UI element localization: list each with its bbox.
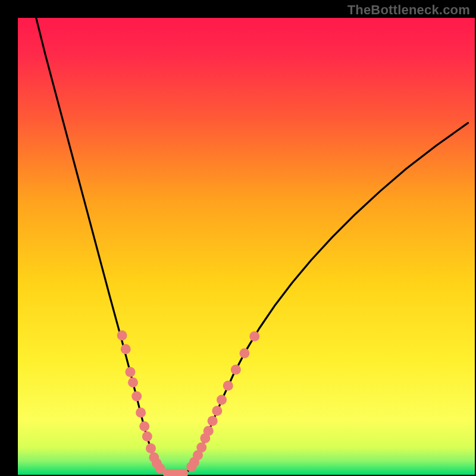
left-dots-point — [139, 421, 149, 431]
left-dots-point — [125, 367, 135, 377]
right-dots-point — [217, 395, 227, 405]
right-dots-point — [249, 331, 259, 342]
right-dots-point — [212, 406, 222, 416]
left-dots-point — [117, 330, 127, 340]
left-dots-point — [136, 408, 146, 418]
right-dots-point — [203, 426, 214, 436]
right-dots-point — [223, 381, 233, 391]
left-dots-point — [121, 344, 131, 354]
left-dots-point — [155, 464, 165, 474]
left-dots-point — [142, 431, 152, 441]
watermark-label: TheBottleneck.com — [347, 2, 470, 18]
left-dots-point — [128, 377, 138, 387]
right-dots-point — [239, 348, 249, 358]
right-dots-point — [208, 416, 218, 426]
left-dots-point — [131, 391, 142, 401]
right-dots-point — [231, 365, 241, 375]
chart-frame: TheBottleneck.com — [0, 0, 476, 476]
plot-background — [18, 18, 475, 475]
bottleneck-chart — [0, 0, 476, 476]
left-dots-point — [146, 443, 156, 453]
right-dots-point — [196, 442, 206, 452]
